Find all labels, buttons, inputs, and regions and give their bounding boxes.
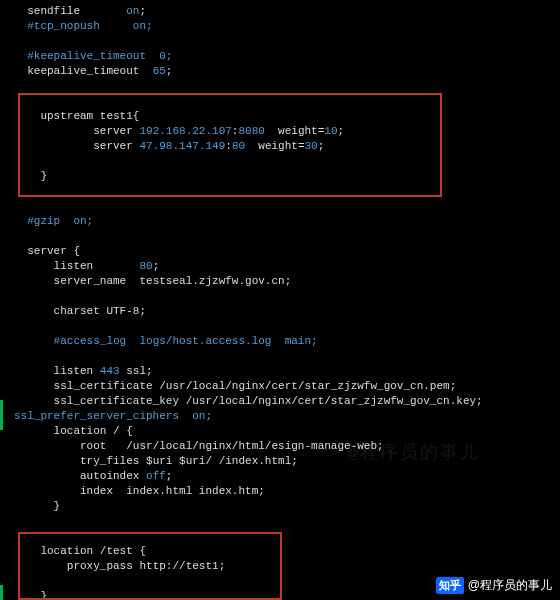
zhihu-logo-icon: 知乎 [436,577,464,594]
gutter-marker [0,400,3,430]
code-content: sendfile on; #tcp_nopush on; #keepalive_… [14,4,560,600]
gutter-marker [0,585,3,600]
attribution-footer: 知乎 @程序员的事儿 [436,577,552,594]
author-name: @程序员的事儿 [468,578,552,593]
code-editor: sendfile on; #tcp_nopush on; #keepalive_… [0,0,560,600]
